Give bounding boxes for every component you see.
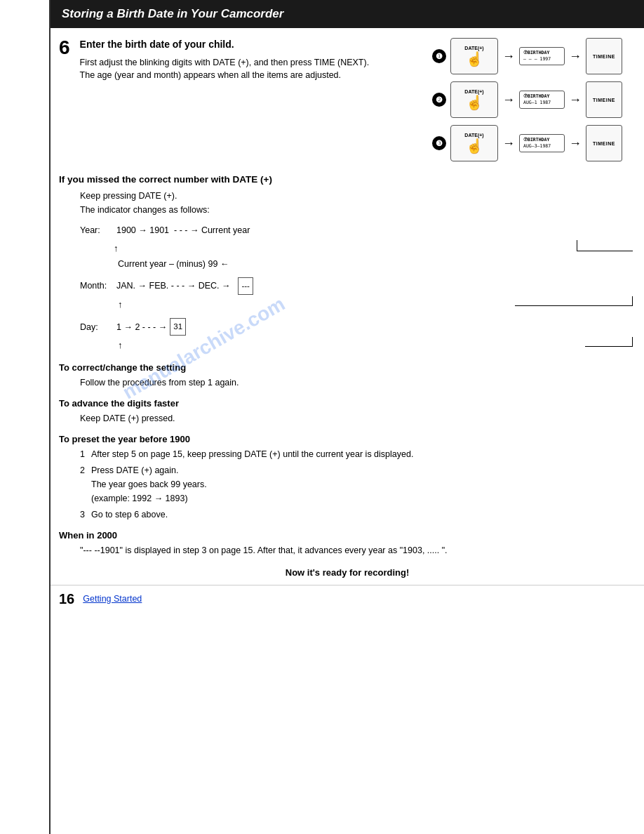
time-box-1: TIMEINE [586, 38, 622, 74]
time-box-2: TIMEINE [586, 81, 622, 118]
arrow-3b: → [569, 136, 582, 151]
advance-heading: To advance the digits faster [59, 398, 636, 409]
screen-3: ⑦BIRTHDAY AUG–3–1987 [519, 134, 565, 152]
year-seq-line: Year: 1900 → 1901 - - - → Current year [80, 223, 636, 239]
arrow-1: → [502, 49, 515, 64]
month-label: Month: [80, 278, 114, 294]
correct-heading: To correct/change the setting [59, 362, 636, 373]
month-sequence: Month: JAN. → FEB. - - - → DEC. → --- ↑ [80, 277, 636, 312]
preset-item-2: Press DATE (+) again.The year goes back … [80, 463, 636, 505]
cam-button-1: DATE(+) ☝ [450, 38, 498, 74]
header-bar: Storing a Birth Date in Your Camcorder [51, 0, 644, 28]
month-seq-text: JAN. → FEB. - - - → DEC. → [116, 278, 235, 294]
when-2000-heading: When in 2000 [59, 530, 636, 541]
diagram-row-2: ❷ DATE(+) ☝ → ⑦BIRTHDAY AUG–1 1987 → TIM… [432, 81, 636, 118]
step-number: 6 [59, 38, 70, 58]
missed-section: If you missed the correct number with DA… [51, 174, 644, 354]
cam-button-3: DATE(+) ☝ [450, 125, 498, 161]
preset-item-3: Go to step 6 above. [80, 508, 636, 522]
day-label: Day: [80, 319, 114, 336]
year-label: Year: [80, 223, 114, 239]
main-content: Storing a Birth Date in Your Camcorder 6… [51, 0, 644, 834]
left-margin [0, 0, 51, 834]
day-seq-line: Day: 1 → 2 - - - → 31 [80, 318, 636, 336]
day-sequence: Day: 1 → 2 - - - → 31 ↑ [80, 318, 636, 353]
arrow-1b: → [569, 49, 582, 64]
screen-2: ⑦BIRTHDAY AUG–1 1987 [519, 91, 565, 109]
page-number: 16 [59, 591, 74, 607]
step-title: Enter the birth date of your child. [80, 38, 370, 52]
diagram-circle-2: ❷ [432, 93, 446, 107]
missed-body: Keep pressing DATE (+). The indicator ch… [80, 189, 636, 217]
year-seq-text: 1900 → 1901 - - - → Current year [116, 223, 250, 239]
arrow-2: → [502, 93, 515, 107]
arrow-3: → [502, 136, 515, 151]
step-body: First adjust the blinking digits with DA… [80, 56, 370, 83]
preset-list: After step 5 on page 15, keep pressing D… [80, 447, 636, 522]
diagram-row-3: ❸ DATE(+) ☝ → ⑦BIRTHDAY AUG–3–1987 → TIM… [432, 125, 636, 161]
hand-icon-1: ☝ [466, 51, 483, 67]
screen-1: ⑦BIRTHDAY — — — 1997 [519, 47, 565, 65]
step-body-line2: The age (year and month) appears when al… [80, 70, 341, 80]
day-seq-text: 1 → 2 - - - → [116, 319, 167, 336]
cam-button-2: DATE(+) ☝ [450, 81, 498, 118]
advance-body: Keep DATE (+) pressed. [80, 411, 636, 425]
year-back-line: ↑ [114, 240, 636, 256]
arrow-2b: → [569, 93, 582, 107]
correct-section: To correct/change the setting Follow the… [51, 362, 644, 390]
hand-icon-3: ☝ [466, 138, 483, 154]
page-title: Storing a Birth Date in Your Camcorder [62, 7, 633, 21]
preset-heading: To preset the year before 1900 [59, 434, 636, 444]
missed-heading: If you missed the correct number with DA… [59, 174, 636, 185]
diagram-row-1: ❶ DATE(+) ☝ → ⑦BIRTHDAY — — — 1997 → TIM… [432, 38, 636, 74]
correct-body: Follow the procedures from step 1 again. [80, 376, 636, 390]
page-footer: 16 Getting Started [51, 585, 644, 613]
footer-link[interactable]: Getting Started [83, 594, 142, 604]
step-left: 6 Enter the birth date of your child. Fi… [59, 38, 424, 161]
when-2000-section: When in 2000 "--- --1901" is displayed i… [51, 530, 644, 557]
hand-icon-2: ☝ [466, 94, 483, 111]
year-sequence: Year: 1900 → 1901 - - - → Current year ↑… [80, 223, 636, 272]
month-seq-line: Month: JAN. → FEB. - - - → DEC. → --- [80, 277, 636, 295]
preset-item-1: After step 5 on page 15, keep pressing D… [80, 447, 636, 461]
diagram-circle-3: ❸ [432, 136, 446, 150]
ready-text: Now it's ready for recording! [51, 567, 644, 578]
step-body-line1: First adjust the blinking digits with DA… [80, 58, 370, 67]
step-diagrams: ❶ DATE(+) ☝ → ⑦BIRTHDAY — — — 1997 → TIM… [432, 38, 636, 161]
diagram-circle-1: ❶ [432, 49, 446, 63]
preset-section: To preset the year before 1900 After ste… [51, 434, 644, 522]
when-2000-body: "--- --1901" is displayed in step 3 on p… [59, 543, 636, 557]
time-box-3: TIMEINE [586, 125, 622, 161]
advance-section: To advance the digits faster Keep DATE (… [51, 398, 644, 425]
step-section: 6 Enter the birth date of your child. Fi… [51, 38, 644, 161]
year-back-text: Current year – (minus) 99 ← [118, 256, 636, 272]
